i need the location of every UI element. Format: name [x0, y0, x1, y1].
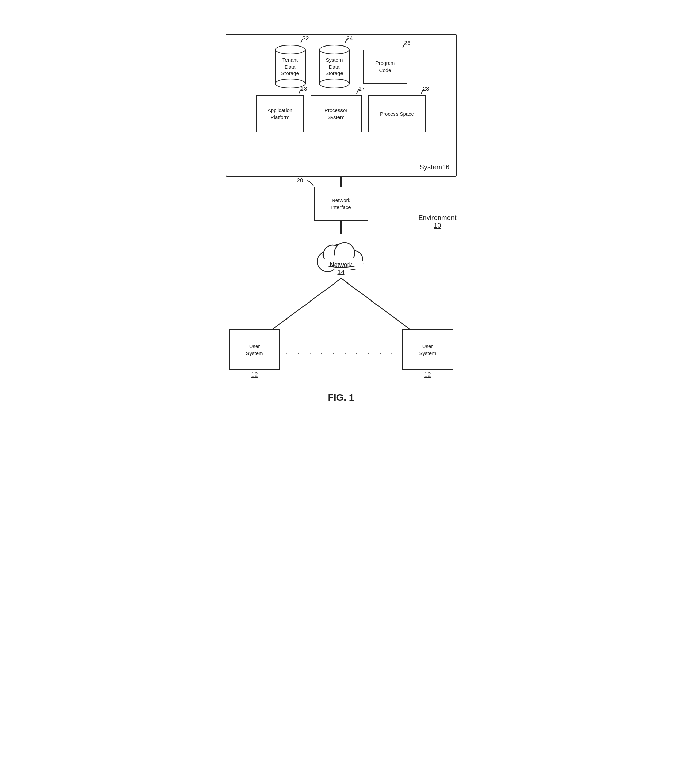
ellipsis: . . . . . . . . . .	[285, 329, 397, 357]
process-space-box: Process Space	[368, 95, 426, 132]
app-platform-label: ApplicationPlatform	[268, 107, 292, 121]
prog-code-label: ProgramCode	[376, 59, 395, 74]
proc-system-container: 17 ProcessorSystem	[311, 95, 362, 132]
cylinder-tenant: TenantDataStorage	[275, 45, 306, 88]
system-label-text: System16	[419, 163, 450, 171]
cylinder-sysdata: SystemDataStorage	[319, 45, 350, 88]
cyl-top-tenant	[275, 45, 306, 54]
env-num: 10	[433, 222, 441, 229]
system-inner: 22 TenantDataStorage	[237, 45, 446, 136]
user-system-label-right: UserSystem	[419, 343, 436, 357]
ref-curve-svg	[295, 38, 305, 45]
svg-line-8	[263, 279, 341, 336]
network-num: 14	[330, 269, 352, 276]
process-space-container: 28 Process Space	[368, 95, 426, 132]
system-data-storage: 24 SystemDataStorage	[319, 45, 350, 88]
user-systems-row: UserSystem 12 . . . . . . . . . . UserSy…	[222, 329, 460, 379]
prog-code-box: ProgramCode	[363, 49, 407, 83]
tenant-label: TenantDataStorage	[277, 57, 304, 77]
page: 22 TenantDataStorage	[195, 0, 487, 424]
system-box: 22 TenantDataStorage	[226, 34, 457, 177]
cyl-bottom-tenant	[275, 79, 306, 88]
proc-system-label: ProcessorSystem	[325, 107, 347, 121]
fan-section: UserSystem 12 . . . . . . . . . . UserSy…	[222, 279, 460, 379]
sysdata-label: SystemDataStorage	[321, 57, 348, 77]
process-space-ref: 28	[423, 86, 429, 92]
app-platform-container: 18 ApplicationPlatform	[256, 95, 304, 132]
user-system-left: UserSystem 12	[229, 329, 280, 379]
proc-system-box: ProcessorSystem	[311, 95, 362, 132]
row2: 18 ApplicationPlatform 17	[256, 95, 426, 132]
svg-line-9	[341, 279, 419, 336]
vert-connector	[341, 177, 341, 187]
net-interface-label: NetworkInterface	[331, 197, 351, 211]
user-system-num-left: 12	[251, 371, 258, 379]
system-num: 16	[442, 163, 449, 171]
user-system-box-left: UserSystem	[229, 329, 280, 370]
net-interface-ref: 20	[297, 177, 303, 184]
user-system-box-right: UserSystem	[402, 329, 453, 370]
sys-data-ref: 24	[347, 35, 353, 42]
system-label: System16	[419, 163, 450, 171]
net-interface-wrap: 20 NetworkInterface	[314, 187, 368, 221]
user-system-num-right: 12	[424, 371, 431, 379]
net-interface-outer: 20 NetworkInterface	[314, 177, 368, 221]
environment-label: Environment 10	[418, 214, 456, 229]
program-code: 26 ProgramCode	[363, 49, 407, 83]
process-space-label: Process Space	[380, 110, 414, 118]
cyl-body-sysdata: SystemDataStorage	[319, 49, 350, 83]
user-system-label-left: UserSystem	[246, 343, 263, 357]
proc-system-ref: 17	[359, 86, 365, 92]
env-text: Environment	[418, 214, 456, 221]
system-container: 22 TenantDataStorage	[226, 14, 457, 221]
cloud-section: Network 14	[307, 234, 375, 279]
network-text: Network	[330, 261, 352, 269]
network-label: Network 14	[330, 261, 352, 276]
net-interface-box: NetworkInterface	[314, 187, 368, 221]
full-diagram: 22 TenantDataStorage	[202, 14, 480, 403]
user-system-right: UserSystem 12	[402, 329, 453, 379]
row1: 22 TenantDataStorage	[275, 45, 407, 88]
fig-label: FIG. 1	[328, 392, 354, 403]
cyl-bottom-sysdata	[319, 79, 350, 88]
app-platform-box: ApplicationPlatform	[256, 95, 304, 132]
cyl-body-tenant: TenantDataStorage	[275, 49, 306, 83]
tenant-data-storage: 22 TenantDataStorage	[275, 45, 306, 88]
cyl-top-sysdata	[319, 45, 350, 54]
prog-code-ref: 26	[404, 40, 411, 47]
